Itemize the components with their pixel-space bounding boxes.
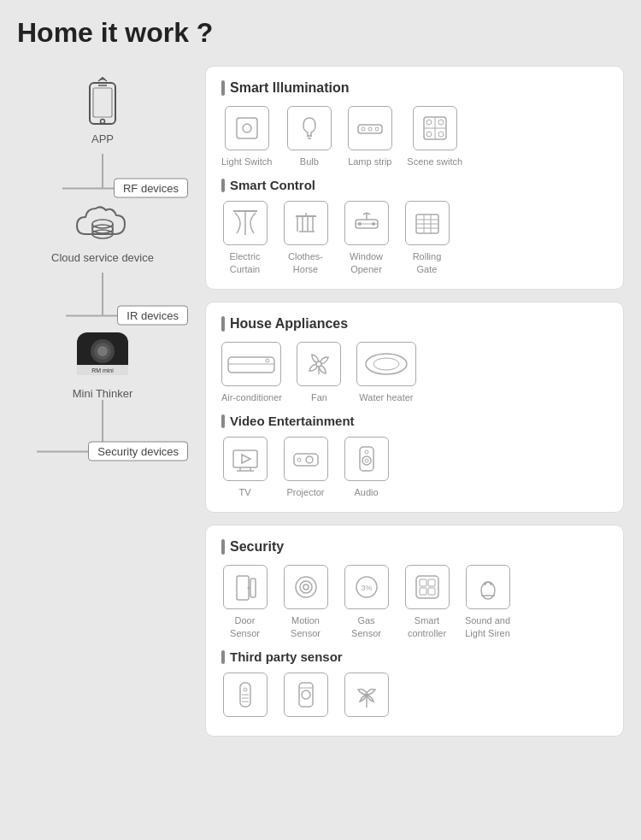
motion-sensor-label: MotionSensor xyxy=(291,614,320,639)
third-party-title: Third party sensor xyxy=(221,649,608,664)
mini-thinker-icon: RM mini xyxy=(64,324,141,384)
svg-point-75 xyxy=(296,577,316,597)
illumination-control-card: Smart Illumination Light Switch xyxy=(205,66,624,290)
audio-label: Audio xyxy=(354,486,378,498)
svg-point-23 xyxy=(375,127,379,131)
svg-text:3%: 3% xyxy=(361,584,372,592)
svg-point-27 xyxy=(426,120,432,125)
appliances-devices: Air-conditioner xyxy=(221,342,608,403)
svg-marker-61 xyxy=(242,455,250,463)
svg-point-59 xyxy=(373,358,399,370)
device-light-switch: Light Switch xyxy=(221,106,272,167)
device-clothes-horse: Clothes-Horse xyxy=(282,201,329,275)
gas-sensor-label: GasSensor xyxy=(351,614,381,639)
clothes-horse-icon xyxy=(284,201,328,245)
security-label-row: Security devices xyxy=(37,442,188,461)
door-sensor-label: DoorSensor xyxy=(230,614,260,639)
page: Home it work ? xyxy=(0,0,641,840)
lamp-strip-label: Lamp strip xyxy=(348,156,391,167)
svg-point-29 xyxy=(426,132,432,137)
cloud-icon xyxy=(68,197,137,248)
device-window-opener: WindowOpener xyxy=(343,201,390,275)
svg-point-43 xyxy=(372,222,375,226)
svg-point-85 xyxy=(481,582,495,599)
svg-point-77 xyxy=(303,584,309,590)
motion-sensor-icon xyxy=(284,565,328,609)
svg-point-66 xyxy=(306,456,313,463)
water-heater-icon xyxy=(356,342,416,386)
svg-point-71 xyxy=(365,450,368,454)
smart-controller-label: Smartcontroller xyxy=(408,614,446,639)
device-fan: Fan xyxy=(296,342,343,403)
svg-point-67 xyxy=(297,458,301,461)
rolling-gate-label: RollingGate xyxy=(413,250,442,275)
svg-point-76 xyxy=(300,581,312,593)
device-lamp-strip: Lamp strip xyxy=(346,106,393,167)
fan-icon xyxy=(297,342,341,386)
remote-icon xyxy=(223,673,268,717)
scene-switch-icon xyxy=(413,106,457,150)
svg-point-30 xyxy=(438,132,444,137)
svg-rect-81 xyxy=(420,579,426,586)
gas-sensor-icon: 3% xyxy=(344,565,389,609)
svg-point-74 xyxy=(247,587,250,590)
svg-point-21 xyxy=(362,127,365,131)
rf-label-row: RF devices xyxy=(62,179,188,198)
svg-point-22 xyxy=(368,127,372,131)
smart-control-section: Smart Control Electri xyxy=(221,178,608,275)
device-audio: Audio xyxy=(343,437,390,498)
device-water-heater: Water heater xyxy=(356,342,416,403)
ir-label: IR devices xyxy=(117,306,188,326)
device-windmill xyxy=(343,673,390,722)
light-switch-label: Light Switch xyxy=(221,156,272,167)
svg-point-55 xyxy=(266,359,269,362)
third-party-devices xyxy=(221,673,608,722)
windmill-icon xyxy=(344,673,389,717)
svg-point-56 xyxy=(316,361,321,367)
sensor2-icon xyxy=(284,673,328,717)
main-layout: APP RF devices xyxy=(17,66,624,737)
svg-point-5 xyxy=(92,220,113,228)
svg-text:RM mini: RM mini xyxy=(91,367,114,373)
appliances-title: House Appliances xyxy=(221,316,608,332)
app-section: APP xyxy=(83,74,122,145)
device-smart-controller: Smartcontroller xyxy=(403,565,450,639)
tv-icon xyxy=(223,437,268,481)
mini-thinker-section: RM mini Mini Thinker xyxy=(64,324,141,400)
smart-control-devices: ElectricCurtain xyxy=(221,201,608,275)
svg-point-4 xyxy=(102,77,103,79)
video-section: Video Entertainment xyxy=(221,414,608,498)
svg-point-96 xyxy=(365,693,368,696)
svg-point-69 xyxy=(362,456,371,465)
device-motion-sensor: MotionSensor xyxy=(282,565,329,639)
device-curtain: ElectricCurtain xyxy=(221,201,268,275)
device-gas-sensor: 3% GasSensor xyxy=(343,565,390,639)
svg-rect-53 xyxy=(228,357,274,373)
light-switch-icon xyxy=(225,106,269,150)
device-label: Mini Thinker xyxy=(73,387,133,400)
device-bulb: Bulb xyxy=(285,106,332,167)
smart-controller-icon xyxy=(405,565,450,609)
svg-point-70 xyxy=(365,459,368,462)
ir-line xyxy=(66,314,117,316)
device-ac: Air-conditioner xyxy=(221,342,282,403)
device-projector: Projector xyxy=(282,437,329,498)
right-column: Smart Illumination Light Switch xyxy=(205,66,624,737)
clothes-horse-label: Clothes-Horse xyxy=(288,250,323,275)
bulb-label: Bulb xyxy=(300,156,319,167)
svg-point-88 xyxy=(244,688,247,691)
cloud-label: Cloud service device xyxy=(51,251,154,264)
ac-icon xyxy=(221,342,281,386)
svg-point-2 xyxy=(101,120,105,124)
device-remote xyxy=(221,673,268,722)
smart-control-title: Smart Control xyxy=(221,178,608,192)
device-sensor2 xyxy=(282,673,329,722)
svg-point-42 xyxy=(358,222,362,226)
app-label: APP xyxy=(91,132,114,145)
bulb-icon xyxy=(287,106,332,150)
video-devices: TV Projector xyxy=(221,437,608,498)
siren-icon xyxy=(466,565,510,609)
scene-switch-label: Scene switch xyxy=(407,156,462,167)
cloud-section: Cloud service device xyxy=(51,197,154,264)
third-party-section: Third party sensor xyxy=(221,649,608,722)
